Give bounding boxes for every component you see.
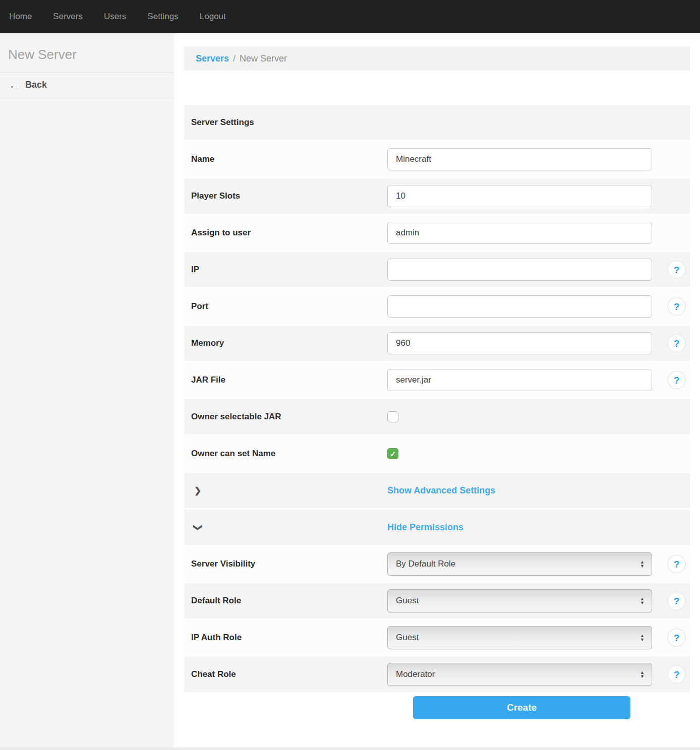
spinner-down-icon: ▼ [640,564,645,568]
spinner-down-icon: ▼ [640,674,645,678]
nav-item-users[interactable]: Users [104,12,126,22]
breadcrumb-link-servers[interactable]: Servers [196,53,229,64]
server-settings-form: Server SettingsNamePlayer SlotsAssign to… [184,105,690,692]
jar-file-label: JAR File [184,375,387,385]
ip-auth-role-selected-value: Guest [396,633,419,643]
spinner-down-icon: ▼ [640,638,645,642]
ip-auth-role-select[interactable]: Guest▲▼ [387,626,652,649]
form-row-jar-file: JAR File? [184,362,690,398]
check-icon: ✓ [390,450,396,458]
form-row-ip: IP? [184,252,690,287]
ip-label: IP [184,265,387,275]
form-row-name: Name [184,142,690,177]
back-arrow-icon: ← [9,80,20,90]
form-row-owner-selectable-jar: Owner selectable JAR✓ [184,399,690,434]
form-row-ip-auth-role: IP Auth RoleGuest▲▼? [184,620,690,655]
server-visibility-select[interactable]: By Default Role▲▼ [387,552,652,576]
main-content: Servers / New Server Server SettingsName… [174,46,700,727]
cheat-role-selected-value: Moderator [396,669,435,679]
help-icon[interactable]: ? [667,555,686,574]
form-row-owner-can-set-name: Owner can set Name✓ [184,436,690,471]
select-spinner-icon: ▲▼ [640,560,645,568]
form-row-show-advanced-settings: ❯Show Advanced Settings [184,473,690,508]
spinner-down-icon: ▼ [640,601,645,605]
player-slots-input[interactable] [387,185,652,207]
cheat-role-select[interactable]: Moderator▲▼ [387,663,652,686]
default-role-selected-value: Guest [396,596,419,606]
form-row-memory: Memory? [184,326,690,361]
form-row-hide-permissions: ❯Hide Permissions [184,510,690,545]
owner-selectable-jar-checkbox[interactable]: ✓ [387,411,398,422]
nav-item-settings[interactable]: Settings [147,12,178,22]
help-icon[interactable]: ? [667,629,686,647]
show-advanced-settings-link[interactable]: Show Advanced Settings [387,485,495,496]
owner-can-set-name-checkbox[interactable]: ✓ [387,448,398,459]
default-role-label: Default Role [184,596,387,606]
back-label: Back [25,80,47,90]
port-label: Port [184,301,387,311]
ip-auth-role-label: IP Auth Role [184,633,387,643]
section-title: Server Settings [184,117,254,128]
hide-permissions-link[interactable]: Hide Permissions [387,522,463,533]
help-icon[interactable]: ? [667,334,686,353]
form-row-server-settings-header: Server Settings [184,105,690,140]
sidebar-page-title: New Server [0,33,174,73]
breadcrumb-current: New Server [240,53,287,64]
name-input[interactable] [387,148,652,170]
select-spinner-icon: ▲▼ [640,634,645,642]
bottom-strip [0,747,700,750]
form-row-default-role: Default RoleGuest▲▼? [184,583,690,618]
breadcrumb: Servers / New Server [184,46,690,71]
help-icon[interactable]: ? [667,297,686,316]
select-spinner-icon: ▲▼ [640,597,645,605]
help-icon[interactable]: ? [667,665,686,684]
back-button[interactable]: ← Back [0,73,174,97]
form-row-cheat-role: Cheat RoleModerator▲▼? [184,657,690,692]
nav-item-home[interactable]: Home [9,12,32,22]
ip-input[interactable] [387,259,652,281]
cheat-role-label: Cheat Role [184,669,387,679]
assign-to-user-label: Assign to user [184,228,387,238]
breadcrumb-separator: / [233,53,236,64]
create-button[interactable]: Create [413,696,630,719]
create-button-row: Create [184,696,690,727]
select-spinner-icon: ▲▼ [640,670,645,678]
nav-item-servers[interactable]: Servers [53,12,83,22]
name-label: Name [184,154,387,164]
player-slots-label: Player Slots [184,191,387,201]
form-row-player-slots: Player Slots [184,178,690,214]
server-visibility-selected-value: By Default Role [396,559,455,569]
owner-can-set-name-label: Owner can set Name [184,449,387,459]
memory-input[interactable] [387,332,652,354]
chevron-right-icon[interactable]: ❯ [194,486,201,495]
help-icon[interactable]: ? [667,371,686,390]
chevron-down-icon[interactable]: ❯ [194,524,202,531]
nav-item-logout[interactable]: Logout [200,12,226,22]
jar-file-input[interactable] [387,369,652,391]
port-input[interactable] [387,295,652,318]
owner-selectable-jar-label: Owner selectable JAR [184,412,387,422]
assign-to-user-input[interactable] [387,222,652,244]
help-icon[interactable]: ? [667,592,686,610]
form-row-server-visibility: Server VisibilityBy Default Role▲▼? [184,546,690,582]
form-row-assign-to-user: Assign to user [184,215,690,251]
form-row-port: Port? [184,289,690,324]
memory-label: Memory [184,338,387,348]
sidebar: New Server ← Back [0,33,174,750]
help-icon[interactable]: ? [667,261,686,279]
default-role-select[interactable]: Guest▲▼ [387,589,652,612]
top-navbar: HomeServersUsersSettingsLogout [0,0,700,33]
server-visibility-label: Server Visibility [184,559,387,569]
